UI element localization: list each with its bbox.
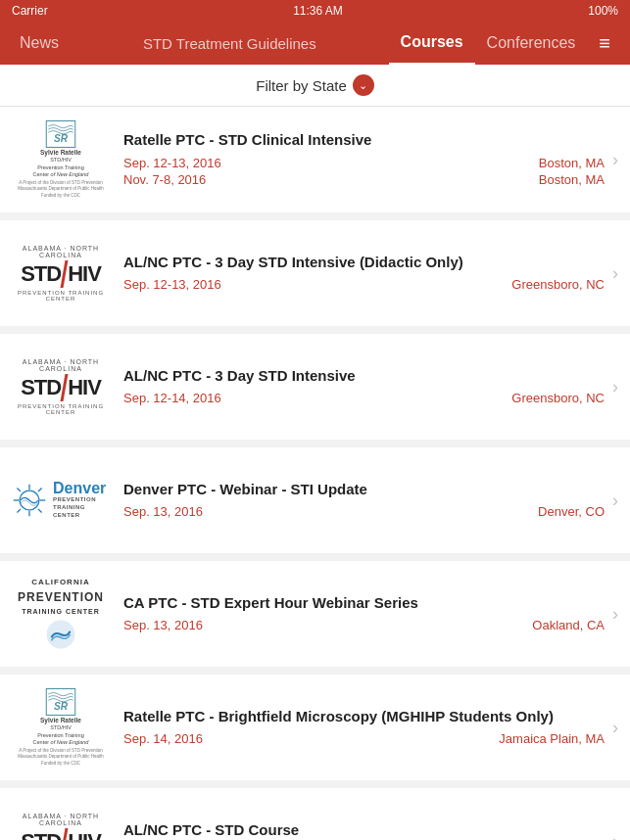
svg-line-9 [17, 509, 21, 513]
course-location: Oakland, CA [532, 618, 605, 632]
course-location: Greensboro, NC [511, 277, 605, 292]
svg-line-8 [38, 488, 42, 491]
course-content: Ratelle PTC - Brightfield Microscopy (MG… [123, 707, 605, 749]
filter-chevron-icon: ⌄ [353, 74, 374, 96]
course-title: Ratelle PTC - STD Clinical Intensive [123, 130, 605, 150]
course-logo: Alabama · North Carolina STD HIV Prevent… [12, 234, 110, 312]
chevron-right-icon: › [612, 604, 618, 625]
date-location-row: Sep. 12-14, 2016 Greensboro, NC [123, 391, 605, 405]
chevron-right-icon: › [612, 718, 618, 738]
course-date: Sep. 14, 2016 [123, 731, 203, 746]
svg-text:SR: SR [54, 701, 69, 712]
chevron-right-icon: › [612, 490, 618, 511]
list-item[interactable]: Denver PREVENTIONTRAINING CENTER Denver … [0, 447, 630, 553]
list-item[interactable]: Alabama · North Carolina STD HIV Prevent… [0, 220, 630, 326]
date-location-row: Sep. 12-13, 2016 Boston, MA [123, 156, 605, 170]
nav-guidelines[interactable]: STD Treatment Guidelines [71, 22, 389, 65]
california-logo: California Prevention Training Center [12, 575, 110, 653]
course-logo: Alabama · North Carolina STD HIV Prevent… [12, 802, 110, 840]
course-logo: California Prevention Training Center [12, 575, 110, 653]
course-content: AL/NC PTC - 3 Day STD Intensive Sep. 12-… [123, 366, 605, 408]
list-item[interactable]: Alabama · North Carolina STD HIV Prevent… [0, 788, 630, 840]
time-text: 11:36 AM [293, 4, 343, 18]
course-title: CA PTC - STD Expert Hour Webinar Series [123, 593, 605, 613]
nav-news[interactable]: News [8, 22, 71, 65]
nav-bar: News STD Treatment Guidelines Courses Co… [0, 22, 630, 65]
date-location-row: Sep. 13, 2016 Denver, CO [123, 504, 605, 519]
course-location: Greensboro, NC [511, 391, 605, 405]
status-bar: Carrier 11:36 AM 100% [0, 0, 630, 22]
course-title: AL/NC PTC - STD Course [123, 820, 605, 840]
list-item[interactable]: SR Sylvie Ratelle STD/HIV Prevention Tra… [0, 675, 630, 780]
filter-state-button[interactable]: Filter by State ⌄ [256, 74, 374, 96]
date-location-row: Nov. 7-8, 2016 Boston, MA [123, 172, 605, 187]
course-date: Sep. 13, 2016 [123, 504, 203, 519]
course-logo: Alabama · North Carolina STD HIV Prevent… [12, 348, 110, 426]
alabama-logo: Alabama · North Carolina STD HIV Prevent… [12, 348, 110, 426]
course-logo: Denver PREVENTIONTRAINING CENTER [12, 461, 110, 539]
course-content: Denver PTC - Webinar - STI Update Sep. 1… [123, 480, 605, 522]
chevron-right-icon: › [612, 377, 618, 397]
course-content: Ratelle PTC - STD Clinical Intensive Sep… [123, 130, 605, 189]
course-date: Sep. 12-14, 2016 [123, 391, 221, 405]
date-location-row: Sep. 14, 2016 Jamaica Plain, MA [123, 731, 605, 746]
denver-sun-icon [12, 483, 47, 518]
alabama-logo: Alabama · North Carolina STD HIV Prevent… [12, 802, 110, 840]
nav-conferences[interactable]: Conferences [475, 22, 588, 65]
menu-button[interactable]: ≡ [587, 22, 622, 65]
denver-logo: Denver PREVENTIONTRAINING CENTER [12, 461, 110, 539]
course-title: Ratelle PTC - Brightfield Microscopy (MG… [123, 707, 605, 726]
course-logo: SR Sylvie Ratelle STD/HIV Prevention Tra… [12, 688, 110, 767]
svg-text:SR: SR [54, 133, 69, 144]
nav-courses[interactable]: Courses [389, 22, 475, 65]
course-location: Boston, MA [539, 156, 605, 170]
battery-text: 100% [588, 4, 618, 18]
course-content: AL/NC PTC - STD Course Sep. 15, 2016 TBD [123, 820, 605, 840]
sylvie-logo: SR Sylvie Ratelle STD/HIV Prevention Tra… [12, 688, 110, 767]
california-wave-icon [45, 619, 76, 650]
chevron-right-icon: › [612, 831, 618, 841]
course-location: Denver, CO [538, 504, 605, 519]
course-title: AL/NC PTC - 3 Day STD Intensive (Didacti… [123, 253, 605, 272]
list-item[interactable]: California Prevention Training Center CA… [0, 561, 630, 667]
course-title: Denver PTC - Webinar - STI Update [123, 480, 605, 499]
filter-label: Filter by State [256, 77, 347, 94]
carrier-text: Carrier [12, 4, 48, 18]
course-content: CA PTC - STD Expert Hour Webinar Series … [123, 593, 605, 635]
sylvie-logo: SR Sylvie Ratelle STD/HIV Prevention Tra… [12, 120, 110, 199]
svg-line-7 [38, 509, 42, 513]
course-date: Sep. 13, 2016 [123, 618, 203, 632]
courses-list: SR Sylvie Ratelle STD/HIV Prevention Tra… [0, 107, 630, 840]
svg-line-6 [17, 488, 21, 491]
course-date: Sep. 12-13, 2016 [123, 277, 221, 292]
list-item[interactable]: Alabama · North Carolina STD HIV Prevent… [0, 334, 630, 440]
date-location-row: Sep. 13, 2016 Oakland, CA [123, 618, 605, 632]
course-title: AL/NC PTC - 3 Day STD Intensive [123, 366, 605, 386]
course-location: Boston, MA [539, 172, 605, 187]
course-content: AL/NC PTC - 3 Day STD Intensive (Didacti… [123, 253, 605, 295]
course-logo: SR Sylvie Ratelle STD/HIV Prevention Tra… [12, 120, 110, 199]
chevron-right-icon: › [612, 150, 618, 170]
chevron-right-icon: › [612, 263, 618, 284]
course-location: Jamaica Plain, MA [499, 731, 605, 746]
course-date: Sep. 12-13, 2016 [123, 156, 221, 170]
course-date: Nov. 7-8, 2016 [123, 172, 206, 187]
list-item[interactable]: SR Sylvie Ratelle STD/HIV Prevention Tra… [0, 107, 630, 212]
date-location-row: Sep. 12-13, 2016 Greensboro, NC [123, 277, 605, 292]
filter-bar: Filter by State ⌄ [0, 65, 630, 107]
alabama-logo: Alabama · North Carolina STD HIV Prevent… [12, 234, 110, 312]
